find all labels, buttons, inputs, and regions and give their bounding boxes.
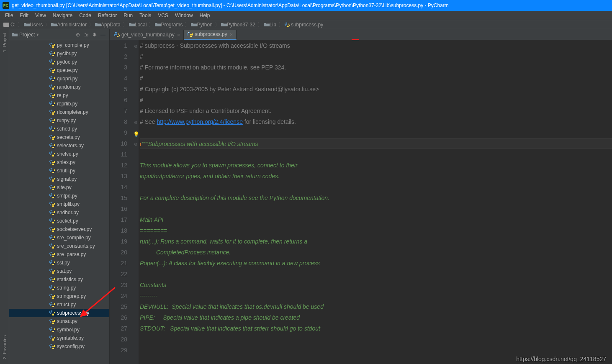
menu-navigate[interactable]: Navigate <box>49 12 76 19</box>
crumb-local[interactable]: Local <box>128 22 148 28</box>
menu-window[interactable]: Window <box>172 12 196 19</box>
python-file-icon <box>49 251 55 257</box>
file-item[interactable]: symbol.py <box>9 326 109 334</box>
python-file-icon <box>49 168 55 174</box>
file-item[interactable]: random.py <box>9 83 109 91</box>
menu-help[interactable]: Help <box>196 12 213 19</box>
menu-run[interactable]: Run <box>120 12 136 19</box>
code-content[interactable]: # subprocess - Subprocesses with accessi… <box>139 40 612 364</box>
file-item[interactable]: shutil.py <box>9 167 109 175</box>
tool-tab-favorites[interactable]: 2: Favorites <box>1 332 8 362</box>
code-editor[interactable]: 1234567891011121314151617181920212223242… <box>110 40 612 364</box>
menu-file[interactable]: File <box>2 12 16 19</box>
file-item[interactable]: re.py <box>9 91 109 100</box>
file-item[interactable]: pydoc.py <box>9 58 109 66</box>
crumb-lib[interactable]: Lib <box>263 22 277 28</box>
file-item[interactable]: sunau.py <box>9 317 109 326</box>
crumb-python3732[interactable]: Python37-32 <box>220 22 256 28</box>
file-item[interactable]: stringprep.py <box>9 292 109 300</box>
python-file-icon <box>49 193 55 199</box>
tool-tab-project[interactable]: 1: Project <box>1 29 8 55</box>
file-label: stat.py <box>57 268 72 274</box>
editor-tabs: get_video_thumbnail.py × subprocess.py × <box>110 29 612 40</box>
menu-refactor[interactable]: Refactor <box>95 12 120 19</box>
gear-icon[interactable]: ✱ <box>91 31 98 38</box>
project-icon <box>12 32 18 37</box>
file-item[interactable]: sre_parse.py <box>9 250 109 259</box>
file-item[interactable]: sre_compile.py <box>9 233 109 242</box>
close-icon[interactable]: × <box>230 31 233 38</box>
file-label: quopri.py <box>57 76 77 82</box>
file-item[interactable]: stat.py <box>9 267 109 275</box>
file-item[interactable]: rlcompleter.py <box>9 108 109 116</box>
fold-column: ⊖⊖💡⊖ <box>133 40 139 364</box>
close-icon[interactable]: × <box>177 32 180 38</box>
file-item[interactable]: sndhdr.py <box>9 208 109 217</box>
titlebar: PC get_video_thumbnail.py [C:\Users\Admi… <box>0 0 612 11</box>
crumb-users[interactable]: Users <box>23 22 44 28</box>
file-item[interactable]: statistics.py <box>9 275 109 284</box>
file-item[interactable]: signal.py <box>9 175 109 183</box>
file-item[interactable]: sched.py <box>9 125 109 133</box>
folder-icon <box>95 22 101 27</box>
file-item[interactable]: socket.py <box>9 217 109 225</box>
chevron-down-icon[interactable]: ▼ <box>36 33 39 37</box>
file-item[interactable]: queue.py <box>9 66 109 74</box>
tab-subprocess[interactable]: subprocess.py × <box>184 30 237 40</box>
crumb-admin[interactable]: Administrator <box>50 22 87 28</box>
crumb-file[interactable]: subprocess.py <box>284 22 324 28</box>
file-item[interactable]: reprlib.py <box>9 100 109 108</box>
breadcrumb: C:〉 Users〉 Administrator〉 AppData〉 Local… <box>0 20 612 29</box>
locate-icon[interactable]: ⊕ <box>74 31 82 38</box>
folder-icon <box>129 22 135 27</box>
python-file-icon <box>49 260 55 266</box>
tab-get-video-thumbnail[interactable]: get_video_thumbnail.py × <box>111 30 184 40</box>
file-item[interactable]: ssl.py <box>9 259 109 267</box>
file-item[interactable]: quopri.py <box>9 74 109 83</box>
menu-tools[interactable]: Tools <box>136 12 154 19</box>
python-file-icon <box>49 126 55 132</box>
file-item[interactable]: string.py <box>9 284 109 292</box>
file-label: re.py <box>57 92 68 98</box>
file-item[interactable]: struct.py <box>9 300 109 309</box>
file-item[interactable]: sre_constants.py <box>9 242 109 250</box>
file-label: site.py <box>57 185 72 190</box>
menu-edit[interactable]: Edit <box>16 12 32 19</box>
file-label: struct.py <box>57 302 76 308</box>
python-file-icon <box>49 143 55 149</box>
file-item[interactable]: symtable.py <box>9 334 109 342</box>
folder-icon <box>155 22 161 27</box>
menu-vcs[interactable]: VCS <box>154 12 172 19</box>
python-file-icon <box>49 201 55 207</box>
file-label: queue.py <box>57 67 77 73</box>
file-label: runpy.py <box>57 118 76 123</box>
crumb-programs[interactable]: Programs <box>154 22 183 28</box>
menu-view[interactable]: View <box>32 12 49 19</box>
menu-code[interactable]: Code <box>76 12 95 19</box>
file-item[interactable]: pyclbr.py <box>9 49 109 58</box>
file-item[interactable]: sysconfig.py <box>9 342 109 351</box>
hide-icon[interactable]: — <box>99 31 107 38</box>
file-item[interactable]: py_compile.py <box>9 41 109 49</box>
file-item[interactable]: subprocess.py <box>9 309 109 317</box>
python-file-icon <box>49 335 55 341</box>
file-item[interactable]: runpy.py <box>9 116 109 125</box>
collapse-icon[interactable]: ⇲ <box>82 31 90 38</box>
crumb-disk[interactable]: C: <box>3 22 16 28</box>
crumb-appdata[interactable]: AppData <box>94 22 121 28</box>
python-file-icon <box>49 101 55 107</box>
file-item[interactable]: secrets.py <box>9 133 109 141</box>
file-item[interactable]: shelve.py <box>9 150 109 158</box>
file-tree[interactable]: py_compile.pypyclbr.pypydoc.pyqueue.pyqu… <box>9 40 109 364</box>
file-item[interactable]: site.py <box>9 183 109 192</box>
file-item[interactable]: socketserver.py <box>9 225 109 233</box>
tab-label: get_video_thumbnail.py <box>121 32 175 38</box>
crumb-python[interactable]: Python <box>190 22 213 28</box>
tool-window-bar-left: 1: Project 2: Favorites <box>0 29 9 364</box>
python-file-icon <box>49 327 55 333</box>
file-item[interactable]: smtplib.py <box>9 200 109 208</box>
menubar: File Edit View Navigate Code Refactor Ru… <box>0 11 612 20</box>
file-item[interactable]: smtpd.py <box>9 192 109 200</box>
file-item[interactable]: shlex.py <box>9 158 109 167</box>
file-item[interactable]: selectors.py <box>9 141 109 150</box>
